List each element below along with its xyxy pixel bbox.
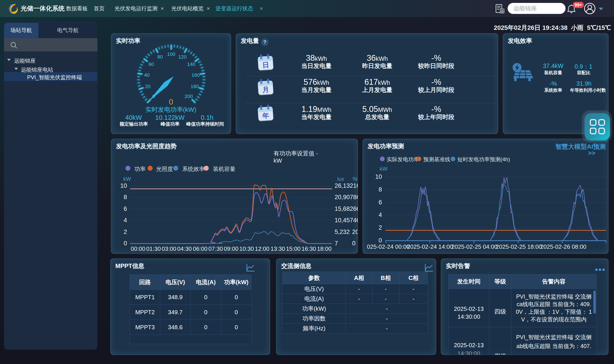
svg-text:80: 80 [157,54,163,60]
svg-text:180: 180 [190,84,199,89]
svg-text:40: 40 [144,72,149,78]
svg-text:20: 20 [145,84,150,89]
svg-text:200: 200 [185,93,193,99]
svg-text:160: 160 [191,72,200,78]
svg-text:0: 0 [152,93,155,99]
svg-text:100: 100 [167,51,175,57]
svg-text:120: 120 [178,54,187,60]
svg-text:60: 60 [148,62,154,67]
svg-text:140: 140 [187,62,196,67]
